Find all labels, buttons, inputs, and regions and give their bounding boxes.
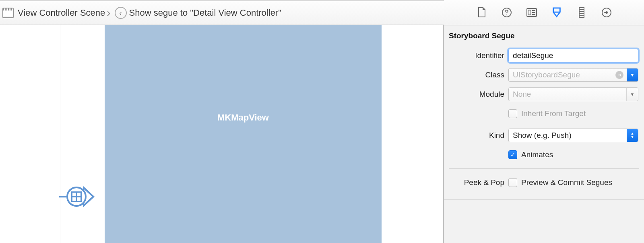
entry-point-arrow[interactable] [59,186,95,207]
breadcrumb-scene[interactable]: View Controller Scene [18,8,105,18]
svg-rect-3 [528,10,531,15]
mapview-placeholder[interactable]: MKMapView [105,25,382,243]
storyboard-canvas[interactable]: MKMapView [0,25,444,243]
identifier-field[interactable] [508,49,638,62]
class-combobox[interactable]: UIStoryboardSegue ➜ ▼ [508,68,638,82]
animates-checkbox[interactable]: ✓ [508,150,517,159]
kind-label: Kind [444,131,508,140]
storyboard-icon [2,8,14,18]
attributes-inspector-tab[interactable] [551,7,562,18]
module-dropdown-arrow-icon[interactable]: ▼ [626,88,638,101]
connections-inspector-tab[interactable] [601,7,612,18]
file-inspector-tab[interactable] [476,7,487,18]
kind-popup[interactable]: Show (e.g. Push) ▲▼ [508,129,638,142]
jump-to-class-icon[interactable]: ➜ [615,71,623,79]
inherit-from-target-label: Inherit From Target [521,109,586,118]
preview-commit-label: Preview & Commit Segues [521,178,612,187]
canvas-gutter [0,25,60,243]
inspector-panel: Storyboard Segue Identifier Class UIStor… [444,25,644,243]
identity-inspector-tab[interactable] [526,7,537,18]
size-inspector-tab[interactable] [576,7,587,18]
inherit-from-target-checkbox[interactable] [508,109,517,118]
module-combobox[interactable]: None ▼ [508,87,638,101]
class-dropdown-arrow-icon[interactable]: ▼ [627,69,638,81]
nav-back-button[interactable]: ‹ [115,7,127,19]
kind-stepper-icon[interactable]: ▲▼ [627,129,638,142]
kind-value: Show (e.g. Push) [513,131,572,140]
peekpop-label: Peek & Pop [444,178,508,187]
mapview-label: MKMapView [217,112,269,123]
preview-commit-checkbox[interactable] [508,178,517,187]
breadcrumb-segue[interactable]: Show segue to "Detail View Controller" [129,8,281,18]
quick-help-tab[interactable] [501,7,512,18]
module-placeholder: None [513,90,531,99]
inspector-heading: Storyboard Segue [444,28,644,46]
inspector-separator [449,168,639,169]
identifier-label: Identifier [444,51,508,60]
class-label: Class [444,71,508,79]
module-label: Module [444,90,508,99]
inspector-bottom-separator [444,199,644,200]
animates-label: Animates [521,150,553,159]
class-placeholder: UIStoryboardSegue [513,71,580,79]
chevron-right-icon: › [107,7,110,19]
svg-point-1 [506,15,507,15]
